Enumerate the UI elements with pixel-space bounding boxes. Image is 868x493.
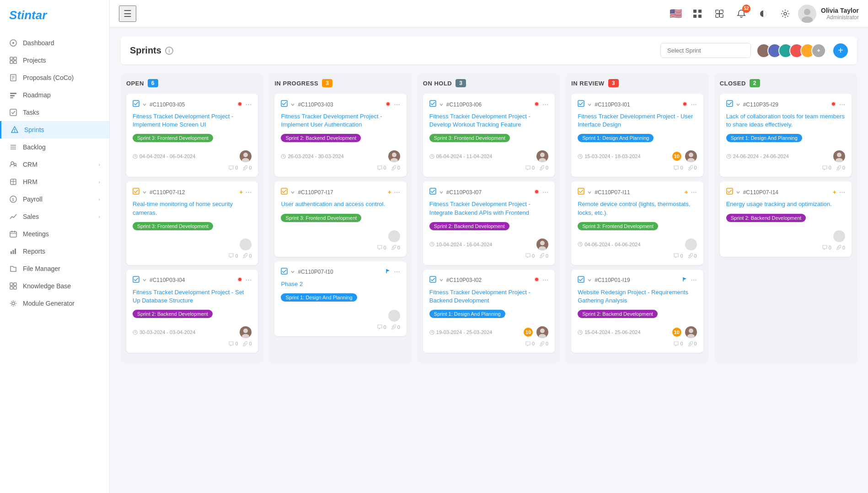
sidebar-item-roadmap[interactable]: Roadmap <box>0 86 109 104</box>
knowledge-base-icon <box>9 282 17 290</box>
user-profile[interactable]: Olivia Taylor Administrator <box>798 5 859 23</box>
sidebar-item-payroll[interactable]: $ Payroll › <box>0 191 109 208</box>
sidebar-item-tasks[interactable]: Tasks <box>0 104 109 121</box>
card-c8[interactable]: #C110P03-I07 ··· Fitness Tracker Develop… <box>423 181 555 265</box>
menu-toggle-button[interactable]: ☰ <box>119 5 136 22</box>
card-c14[interactable]: #C110P07-I14 + ··· Energy usage tracking… <box>720 181 852 256</box>
card-title-c14[interactable]: Energy usage tracking and optimization. <box>726 200 845 208</box>
sidebar-item-proposals[interactable]: Proposals (CoCo) <box>0 69 109 86</box>
card-title-c2[interactable]: Real-time monitoring of home security ca… <box>133 200 252 217</box>
tasks-icon <box>9 108 17 117</box>
card-checkbox-c3 <box>133 276 139 285</box>
card-checkbox-c10 <box>578 100 584 109</box>
sidebar-item-projects[interactable]: Projects <box>0 52 109 69</box>
sidebar-item-dashboard[interactable]: Dashboard <box>0 34 109 52</box>
card-title-c13[interactable]: Lack of collaboration tools for team mem… <box>726 112 845 129</box>
card-checkbox-c4 <box>281 100 288 109</box>
card-avatar <box>685 326 697 338</box>
card-avatar-empty <box>833 230 845 242</box>
card-footer-c14 <box>726 230 845 242</box>
flag-icon[interactable]: 🇺🇸 <box>668 6 683 21</box>
card-title-c4[interactable]: Fitness Tracker Development Project - Im… <box>281 112 400 129</box>
sidebar-item-file-manager[interactable]: File Manager <box>0 260 109 277</box>
svg-rect-12 <box>10 97 13 98</box>
card-c9[interactable]: #C110P03-I02 ··· Fitness Tracker Develop… <box>423 270 555 353</box>
more-icon-c2[interactable]: ··· <box>246 188 252 196</box>
card-title-c11[interactable]: Remote device control (lights, thermosta… <box>578 200 697 217</box>
card-title-c12[interactable]: Website Redesign Project - Requirements … <box>578 288 697 305</box>
card-c13[interactable]: #C110P35-I29 ··· Lack of collaboration t… <box>720 94 852 177</box>
settings-icon[interactable] <box>778 6 793 21</box>
sidebar-item-meetings[interactable]: Meetings <box>0 225 109 243</box>
info-icon[interactable]: i <box>165 47 173 55</box>
add-sprint-button[interactable]: + <box>833 43 848 58</box>
notification-count: 52 <box>742 5 750 13</box>
card-title-c1[interactable]: Fitness Tracket Development Project - Im… <box>133 112 252 129</box>
column-header-open: OPEN 6 <box>126 79 258 87</box>
card-c2[interactable]: #C110P07-I12 + ··· Real-time monitoring … <box>126 181 258 265</box>
card-c12[interactable]: #C110P01-I19 ··· Website Redesign Projec… <box>571 270 703 353</box>
sidebar-item-crm[interactable]: CRM › <box>0 156 109 173</box>
more-icon-c5[interactable]: ··· <box>394 188 400 196</box>
sidebar-item-reports[interactable]: Reports <box>0 243 109 260</box>
apps-icon[interactable] <box>690 6 705 21</box>
kanban-board: OPEN 6 #C110P03-I05 ··· Fitness Tracket … <box>121 74 857 363</box>
card-c4[interactable]: #C110P03-I03 ··· Fitness Tracker Develop… <box>274 94 406 177</box>
card-title-c3[interactable]: Fitness Tracket Development Project - Se… <box>133 288 252 305</box>
more-icon-c4[interactable]: ··· <box>394 101 400 109</box>
svg-rect-104 <box>578 276 584 282</box>
sidebar-item-sprints[interactable]: Sprints <box>0 121 109 138</box>
priority-icon-c5: + <box>388 189 391 196</box>
svg-rect-31 <box>11 251 12 254</box>
sidebar-item-module-generator[interactable]: Module Generator <box>0 295 109 312</box>
more-icon-c6[interactable]: ··· <box>394 268 400 276</box>
dark-mode-icon[interactable] <box>756 6 771 21</box>
card-checkbox-c9 <box>429 276 436 285</box>
card-title-c7[interactable]: Fitness Tracker Development Project - De… <box>429 112 548 129</box>
card-c5[interactable]: #C110P07-I17 + ··· User authentication a… <box>274 181 406 256</box>
more-icon-c1[interactable]: ··· <box>246 101 252 109</box>
more-icon-c12[interactable]: ··· <box>691 276 697 284</box>
card-c3[interactable]: #C110P03-I04 ··· Fitness Tracket Develop… <box>126 270 258 353</box>
card-c10[interactable]: #C110P03-I01 ··· Fitness Tracker Develop… <box>571 94 703 177</box>
card-c6[interactable]: #C110P07-I10 ··· Phase 2 Sprint 1: Desig… <box>274 261 406 336</box>
more-icon-c11[interactable]: ··· <box>691 188 697 196</box>
svg-rect-27 <box>10 232 16 237</box>
more-icon-c9[interactable]: ··· <box>542 276 548 284</box>
card-chevron-c14 <box>736 188 740 196</box>
card-title-c10[interactable]: Fitness Tracker Development Project - Us… <box>578 112 697 129</box>
more-icon-c3[interactable]: ··· <box>246 276 252 284</box>
sidebar-item-hrm[interactable]: HRM › <box>0 173 109 191</box>
sidebar-item-sales[interactable]: Sales › <box>0 208 109 225</box>
card-title-c9[interactable]: Fitness Tracker Development Project - Ba… <box>429 288 548 305</box>
card-title-c8[interactable]: Fitness Tracker Development Project - In… <box>429 200 548 217</box>
sidebar-item-backlog[interactable]: Backlog <box>0 138 109 156</box>
card-title-c6[interactable]: Phase 2 <box>281 280 400 288</box>
svg-rect-69 <box>281 101 287 106</box>
count-badge: 10 <box>672 328 681 337</box>
card-comments-c10: 0 <box>674 165 683 170</box>
card-sprint-tag-c9: Sprint 1: Design And Planning <box>429 310 505 318</box>
card-attachments-c7: 0 <box>539 165 548 170</box>
card-c1[interactable]: #C110P03-I05 ··· Fitness Tracket Develop… <box>126 94 258 177</box>
sidebar-item-label: Sprints <box>24 126 44 133</box>
notification-bell-icon[interactable]: 52 <box>734 6 749 21</box>
card-avatar <box>240 150 252 162</box>
card-c7[interactable]: #C110P03-I06 ··· Fitness Tracker Develop… <box>423 94 555 177</box>
grid-plus-icon[interactable] <box>712 6 727 21</box>
more-icon-c8[interactable]: ··· <box>542 188 548 196</box>
sprint-select-input[interactable] <box>660 43 751 58</box>
more-icon-c14[interactable]: ··· <box>839 188 845 196</box>
more-icon-c13[interactable]: ··· <box>839 101 845 109</box>
more-icon-c10[interactable]: ··· <box>691 101 697 109</box>
card-c11[interactable]: #C110P07-I11 + ··· Remote device control… <box>571 181 703 265</box>
svg-point-67 <box>243 329 248 333</box>
svg-rect-115 <box>727 188 733 194</box>
meetings-icon <box>9 230 17 238</box>
card-title-c5[interactable]: User authentication and access control. <box>281 200 400 208</box>
sidebar-item-knowledge-base[interactable]: Knowledge Base <box>0 277 109 295</box>
svg-rect-35 <box>14 283 16 286</box>
card-date-range: 04-06-2024 - 04-06-2024 <box>578 242 640 247</box>
more-icon-c7[interactable]: ··· <box>542 101 548 109</box>
card-comments-c9: 0 <box>525 341 535 346</box>
